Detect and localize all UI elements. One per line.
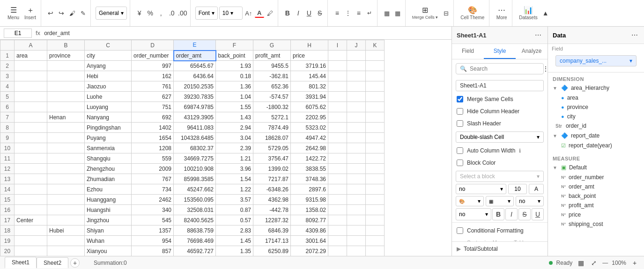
province-item[interactable]: ● province (548, 102, 644, 112)
cell-C16[interactable]: Huangshi (85, 205, 132, 215)
cell-D2[interactable]: 997 (132, 61, 174, 71)
cell-K3[interactable] (366, 71, 385, 81)
cell-B11[interactable] (47, 153, 85, 164)
cell-C19[interactable]: Wuhan (85, 236, 132, 246)
conditional-formatting-row[interactable]: Conditional Formatting (452, 225, 548, 237)
menu-button[interactable]: ☰ Menu (6, 3, 21, 23)
cell-G2[interactable]: 9455.5 (253, 61, 291, 71)
cell-K6[interactable] (366, 102, 385, 112)
row-header[interactable]: 12 (0, 164, 15, 174)
cell-K7[interactable] (366, 112, 385, 123)
cell-B8[interactable] (47, 123, 85, 133)
cell-F12[interactable]: 3.96 (216, 164, 253, 174)
row-header[interactable]: 15 (0, 195, 15, 205)
cell-D20[interactable]: 857 (132, 246, 174, 256)
cell-K17[interactable] (366, 215, 385, 225)
cell-K16[interactable] (366, 205, 385, 215)
cell-B5[interactable] (47, 92, 85, 102)
bold-button[interactable]: B (283, 8, 292, 18)
table-format-button[interactable]: ▦ (393, 8, 402, 18)
slash-header-checkbox[interactable] (457, 120, 463, 127)
cell-B7[interactable]: Henan (47, 112, 85, 123)
cell-G8[interactable]: 7874.49 (253, 123, 291, 133)
cell-C4[interactable]: Jiaozuo (85, 81, 132, 92)
conditional-formatting-checkbox[interactable] (457, 227, 463, 234)
cell-F20[interactable]: 1.35 (216, 246, 253, 256)
cell-D9[interactable]: 1654 (132, 133, 174, 143)
cell-F3[interactable]: 0.18 (216, 71, 253, 81)
no-style-dropdown[interactable]: no ▾ (456, 208, 491, 220)
cell-E6[interactable]: 69874.9785 (174, 102, 216, 112)
cell-A9[interactable] (15, 133, 47, 143)
cell-B9[interactable] (47, 133, 85, 143)
cell-H14[interactable]: 2897.6 (291, 184, 328, 195)
cell-F19[interactable]: 1.45 (216, 236, 253, 246)
city-item[interactable]: ● city (548, 112, 644, 121)
order-number-item[interactable]: N° order_number (548, 173, 644, 182)
cell-G7[interactable]: 5272.1 (253, 112, 291, 123)
font-dropdown[interactable]: Font ▾ (195, 7, 218, 20)
cell-I19[interactable] (328, 236, 347, 246)
row-header[interactable]: 8 (0, 123, 15, 133)
cell-J18[interactable] (347, 225, 366, 236)
cell-C20[interactable]: Xianyou (85, 246, 132, 256)
area-item[interactable]: ● area (548, 93, 644, 102)
cell-G15[interactable]: 4362.98 (253, 195, 291, 205)
cell-F16[interactable]: 0.87 (216, 205, 253, 215)
cell-C5[interactable]: Luohe (85, 92, 132, 102)
decimal2-button[interactable]: .00 (178, 8, 187, 18)
panel-search[interactable]: 🔍 ⋮ (456, 63, 544, 74)
cell-E20[interactable]: 46592.727 (174, 246, 216, 256)
cell-K15[interactable] (366, 195, 385, 205)
cell-F1[interactable]: back_point (216, 51, 253, 61)
cell-K18[interactable] (366, 225, 385, 236)
cell-B1[interactable]: province (47, 51, 85, 61)
search-input[interactable] (470, 65, 540, 72)
cell-E16[interactable]: 32508.031 (174, 205, 216, 215)
general-dropdown[interactable]: General ▾ (96, 7, 127, 20)
cell-G20[interactable]: 6250.89 (253, 246, 291, 256)
cell-H10[interactable]: 2642.98 (291, 143, 328, 153)
cell-I20[interactable] (328, 246, 347, 256)
cell-H5[interactable]: 3931.94 (291, 92, 328, 102)
style-underline-button[interactable]: U (532, 208, 544, 220)
cell-G9[interactable]: 18628.07 (253, 133, 291, 143)
cell-C6[interactable]: Luoyang (85, 102, 132, 112)
cell-F5[interactable]: 1.04 (216, 92, 253, 102)
select-block-dropdown[interactable]: Select a block ▾ (456, 171, 544, 182)
cell-A10[interactable] (15, 143, 47, 153)
cell-F9[interactable]: 3.04 (216, 133, 253, 143)
col-header-G[interactable]: G (253, 40, 291, 51)
cell-I14[interactable] (328, 184, 347, 195)
cell-H13[interactable]: 3748.36 (291, 174, 328, 184)
profit-amt-item[interactable]: N° profit_amt (548, 201, 644, 210)
cell-B13[interactable] (47, 174, 85, 184)
row-header[interactable]: 1 (0, 51, 15, 61)
italic-button[interactable]: I (294, 8, 303, 18)
style-strike-button[interactable]: S (518, 208, 531, 220)
cell-D7[interactable]: 692 (132, 112, 174, 123)
cell-E10[interactable]: 68302.37 (174, 143, 216, 153)
cell-C12[interactable]: Zhengzhou (85, 164, 132, 174)
row-header[interactable]: 20 (0, 246, 15, 256)
cell-G1[interactable]: profit_amt (253, 51, 291, 61)
cell-F6[interactable]: 1.55 (216, 102, 253, 112)
row-header[interactable]: 11 (0, 153, 15, 164)
cell-H19[interactable]: 3001.64 (291, 236, 328, 246)
merge-same-cells-row[interactable]: Merge Same Cells (452, 93, 548, 105)
cell-J1[interactable] (347, 51, 366, 61)
merge-same-cells-checkbox[interactable] (457, 96, 463, 102)
row-header[interactable]: 9 (0, 133, 15, 143)
cell-K10[interactable] (366, 143, 385, 153)
cell-E15[interactable]: 153560.095 (174, 195, 216, 205)
cell-B18[interactable]: Hubei (47, 225, 85, 236)
percent-button[interactable]: % (146, 8, 155, 18)
style-bold-button[interactable]: B (492, 208, 504, 220)
row-header[interactable]: 6 (0, 102, 15, 112)
font-grow-button[interactable]: A↑ (244, 8, 253, 18)
cell-B19[interactable] (47, 236, 85, 246)
cell-B12[interactable] (47, 164, 85, 174)
cell-D5[interactable]: 627 (132, 92, 174, 102)
row-header[interactable]: 14 (0, 184, 15, 195)
cell-B16[interactable] (47, 205, 85, 215)
